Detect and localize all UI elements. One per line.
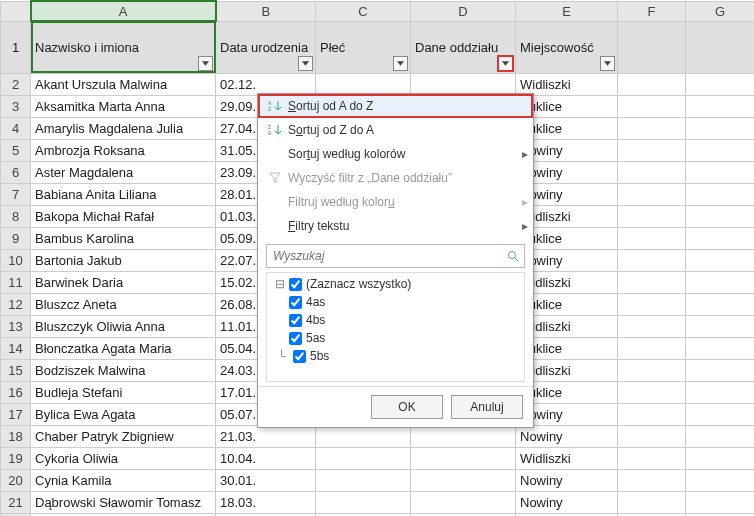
filter-search[interactable] xyxy=(266,244,525,268)
cell[interactable] xyxy=(686,469,755,491)
cell[interactable] xyxy=(618,469,686,491)
cell[interactable] xyxy=(411,491,516,513)
row-header[interactable]: 17 xyxy=(1,403,31,425)
menu-text-filters[interactable]: Filtry tekstu ▸ xyxy=(258,214,533,238)
cell[interactable] xyxy=(686,95,755,117)
row-header[interactable]: 5 xyxy=(1,139,31,161)
checkbox-select-all[interactable] xyxy=(289,278,302,291)
filter-button-B[interactable] xyxy=(298,56,313,71)
filter-button-D[interactable] xyxy=(498,56,513,71)
cell[interactable] xyxy=(316,469,411,491)
row-header[interactable]: 7 xyxy=(1,183,31,205)
cell[interactable]: Widliszki xyxy=(516,73,618,95)
cell[interactable] xyxy=(618,337,686,359)
ok-button[interactable]: OK xyxy=(371,395,443,419)
filter-select-all[interactable]: ⊟ (Zaznacz wszystko) xyxy=(267,275,524,293)
cell[interactable]: 21.03. xyxy=(216,425,316,447)
row-header[interactable]: 15 xyxy=(1,359,31,381)
cell[interactable]: Bylica Ewa Agata xyxy=(31,403,216,425)
cell[interactable] xyxy=(618,227,686,249)
cell[interactable] xyxy=(686,491,755,513)
filter-value-item[interactable]: 4as xyxy=(267,293,524,311)
cell[interactable]: Bodziszek Malwina xyxy=(31,359,216,381)
cell[interactable]: Akant Urszula Malwina xyxy=(31,73,216,95)
cell[interactable] xyxy=(618,359,686,381)
cell[interactable]: 10.04. xyxy=(216,447,316,469)
cell[interactable]: Nowiny xyxy=(516,469,618,491)
cell[interactable]: Cynia Kamila xyxy=(31,469,216,491)
cell[interactable] xyxy=(686,161,755,183)
cell[interactable]: Ambrozja Roksana xyxy=(31,139,216,161)
cell[interactable] xyxy=(686,73,755,95)
row-header[interactable]: 10 xyxy=(1,249,31,271)
cell[interactable]: Widliszki xyxy=(516,447,618,469)
checkbox-value[interactable] xyxy=(289,296,302,309)
cell[interactable] xyxy=(686,447,755,469)
cell[interactable] xyxy=(618,403,686,425)
cell[interactable]: Nowiny xyxy=(516,491,618,513)
checkbox-value[interactable] xyxy=(289,314,302,327)
cell[interactable] xyxy=(316,447,411,469)
cell[interactable] xyxy=(686,117,755,139)
cell[interactable]: Aksamitka Marta Anna xyxy=(31,95,216,117)
row-header[interactable]: 19 xyxy=(1,447,31,469)
cell[interactable] xyxy=(686,425,755,447)
row-header[interactable]: 12 xyxy=(1,293,31,315)
filter-button-A[interactable] xyxy=(198,56,213,71)
cell[interactable] xyxy=(411,447,516,469)
row-header[interactable]: 18 xyxy=(1,425,31,447)
filter-value-list[interactable]: ⊟ (Zaznacz wszystko) 4as 4bs 5as └ 5bs xyxy=(266,272,525,382)
filter-button-C[interactable] xyxy=(393,56,408,71)
cell[interactable]: Barwinek Daria xyxy=(31,271,216,293)
col-header-B[interactable]: B xyxy=(216,1,316,21)
cell[interactable] xyxy=(686,271,755,293)
row-header[interactable]: 9 xyxy=(1,227,31,249)
cancel-button[interactable]: Anuluj xyxy=(451,395,523,419)
cell[interactable]: Amarylis Magdalena Julia xyxy=(31,117,216,139)
cell[interactable] xyxy=(618,161,686,183)
cell[interactable] xyxy=(618,315,686,337)
cell[interactable] xyxy=(686,315,755,337)
cell[interactable] xyxy=(618,491,686,513)
filter-value-item[interactable]: └ 5bs xyxy=(267,347,524,365)
cell[interactable]: Bartonia Jakub xyxy=(31,249,216,271)
cell[interactable] xyxy=(618,271,686,293)
col-header-G[interactable]: G xyxy=(686,1,755,21)
filter-button-E[interactable] xyxy=(600,56,615,71)
row-header[interactable]: 14 xyxy=(1,337,31,359)
row-header[interactable]: 6 xyxy=(1,161,31,183)
cell[interactable]: Bluszcz Aneta xyxy=(31,293,216,315)
cell[interactable]: Błonczatka Agata Maria xyxy=(31,337,216,359)
cell[interactable]: Babiana Anita Liliana xyxy=(31,183,216,205)
row-header[interactable]: 4 xyxy=(1,117,31,139)
cell[interactable]: Aster Magdalena xyxy=(31,161,216,183)
select-all-corner[interactable] xyxy=(1,1,31,21)
cell[interactable] xyxy=(411,73,516,95)
row-header-1[interactable]: 1 xyxy=(1,21,31,73)
row-header[interactable]: 21 xyxy=(1,491,31,513)
cell[interactable]: Chaber Patryk Zbigniew xyxy=(31,425,216,447)
cell[interactable] xyxy=(316,73,411,95)
cell[interactable] xyxy=(618,293,686,315)
header-cell-E[interactable]: Miejscowość xyxy=(516,21,618,73)
row-header[interactable]: 20 xyxy=(1,469,31,491)
cell[interactable]: 30.01. xyxy=(216,469,316,491)
col-header-A[interactable]: A xyxy=(31,1,216,21)
cell[interactable] xyxy=(686,139,755,161)
filter-value-item[interactable]: 4bs xyxy=(267,311,524,329)
cell[interactable]: Dąbrowski Sławomir Tomasz xyxy=(31,491,216,513)
cell[interactable] xyxy=(618,183,686,205)
cell[interactable]: 18.03. xyxy=(216,491,316,513)
header-cell-B[interactable]: Data urodzenia xyxy=(216,21,316,73)
cell[interactable] xyxy=(618,447,686,469)
menu-sort-az[interactable]: AZ Sortuj od A do Z xyxy=(258,94,533,118)
row-header[interactable]: 3 xyxy=(1,95,31,117)
cell[interactable]: Bambus Karolina xyxy=(31,227,216,249)
cell[interactable]: Bluszczyk Oliwia Anna xyxy=(31,315,216,337)
row-header[interactable]: 2 xyxy=(1,73,31,95)
cell[interactable]: Budleja Stefani xyxy=(31,381,216,403)
cell[interactable] xyxy=(686,337,755,359)
cell[interactable] xyxy=(686,205,755,227)
header-cell-C[interactable]: Płeć xyxy=(316,21,411,73)
cell[interactable] xyxy=(316,425,411,447)
